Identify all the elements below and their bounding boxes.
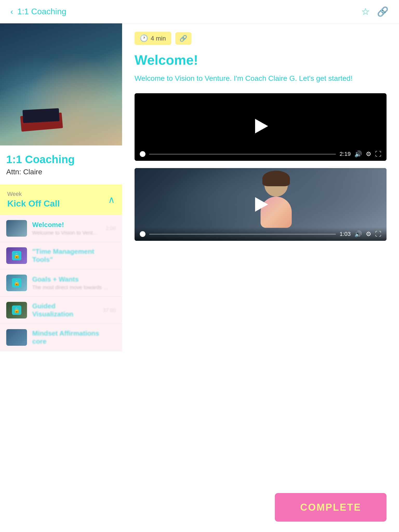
lesson-info: Goals + Wants The most direct move towar… [32,275,111,290]
lock-icon: 🔒 [12,278,21,288]
list-item[interactable]: Welcome! Welcome to Vision to Venture. I… [0,215,122,242]
lesson-title: Guided Visualization [32,302,98,318]
lesson-thumbnail: 🔒 [6,302,27,318]
app-header: ‹ 1:1 Coaching ☆ 🔗 [0,0,399,23]
star-icon[interactable]: ☆ [361,6,370,17]
video-time-1: 2:19 [340,151,351,157]
share-link-icon[interactable]: 🔗 [377,6,389,17]
lesson-duration: 2:00 [106,225,116,231]
lesson-desc: The most direct move towards what you ca… [32,284,111,290]
list-item[interactable]: 🔒 Goals + Wants The most direct move tow… [0,269,122,297]
video-controls-2: 1:03 🔊 ⚙ ⛶ [135,227,387,241]
header-right: ☆ 🔗 [361,6,389,17]
volume-icon-2[interactable]: 🔊 [354,230,362,238]
main-layout: 1:1 Coaching Attn: Claire Week Kick Off … [0,23,399,351]
lock-icon: 🔒 [12,305,21,315]
week-section[interactable]: Week Kick Off Call ∧ [0,184,122,215]
list-item[interactable]: 🔒 "Time Management Tools" [0,242,122,269]
lesson-title: Welcome! [32,221,101,229]
lesson-info: Guided Visualization [32,302,98,318]
content-title: Welcome! [135,52,387,68]
settings-icon-2[interactable]: ⚙ [366,230,371,238]
list-item[interactable]: Mindset Affirmations core [0,324,122,351]
play-button-1[interactable] [251,117,270,135]
link-tag[interactable]: 🔗 [175,32,191,45]
week-label: Week [7,191,60,197]
back-button[interactable]: ‹ [10,7,13,16]
progress-indicator[interactable] [140,151,145,157]
left-column: 1:1 Coaching Attn: Claire Week Kick Off … [0,23,122,351]
lock-icon: 🔒 [12,251,21,260]
fullscreen-icon[interactable]: ⛶ [375,150,381,158]
lesson-thumbnail: 🔒 [6,275,27,291]
lesson-duration: 37:00 [103,307,116,313]
lesson-info: "Time Management Tools" [32,248,111,264]
tags-row: 🕐 4 min 🔗 [135,32,387,45]
lesson-desc: Welcome to Vision to Venture. I'm Coach … [32,230,101,236]
list-item[interactable]: 🔒 Guided Visualization 37:00 [0,297,122,324]
play-triangle-icon-2 [255,197,268,212]
play-triangle-icon [255,119,268,134]
play-button-2[interactable] [253,197,268,212]
lesson-title: "Time Management Tools" [32,248,111,264]
hero-image-inner [0,23,122,145]
complete-button[interactable]: COMPLETE [275,493,387,522]
volume-icon[interactable]: 🔊 [354,150,362,158]
duration-tag: 🕐 4 min [135,32,171,45]
course-title-section: 1:1 Coaching Attn: Claire [0,145,122,180]
lesson-title: Mindset Affirmations core [32,329,111,345]
clock-icon: 🕐 [140,34,148,42]
lesson-thumbnail: 🔒 [6,247,27,264]
week-info: Week Kick Off Call [7,191,60,209]
lesson-info: Mindset Affirmations core [32,329,111,345]
hero-books-decoration [20,112,63,132]
person-hair [262,171,290,186]
chevron-up-icon: ∧ [108,194,115,205]
lesson-info: Welcome! Welcome to Vision to Venture. I… [32,221,101,236]
video-time-2: 1:03 [340,231,351,237]
lesson-title: Goals + Wants [32,275,111,283]
lesson-thumbnail [6,329,27,346]
video-player-2[interactable]: 1:03 🔊 ⚙ ⛶ [135,168,387,241]
progress-bar[interactable] [149,154,336,155]
course-subtitle: Attn: Claire [6,168,116,176]
video-controls-1: 2:19 🔊 ⚙ ⛶ [135,147,387,161]
progress-bar-2[interactable] [149,234,336,235]
progress-indicator-2[interactable] [140,231,145,237]
lesson-thumbnail [6,220,27,237]
hero-image [0,23,122,145]
video-player-1[interactable]: 2:19 🔊 ⚙ ⛶ [135,93,387,161]
content-description: Welcome to Vision to Venture. I'm Coach … [135,73,387,84]
fullscreen-icon-2[interactable]: ⛶ [375,230,381,238]
header-left: ‹ 1:1 Coaching [10,7,66,16]
week-name: Kick Off Call [7,198,60,209]
header-title: 1:1 Coaching [17,7,66,16]
link-icon: 🔗 [179,35,187,42]
lesson-list: Welcome! Welcome to Vision to Venture. I… [0,215,122,351]
course-title: 1:1 Coaching [6,153,116,166]
duration-label: 4 min [151,35,166,42]
right-column: 🕐 4 min 🔗 Welcome! Welcome to Vision to … [122,23,399,351]
person-head [264,173,288,197]
settings-icon[interactable]: ⚙ [366,150,371,158]
